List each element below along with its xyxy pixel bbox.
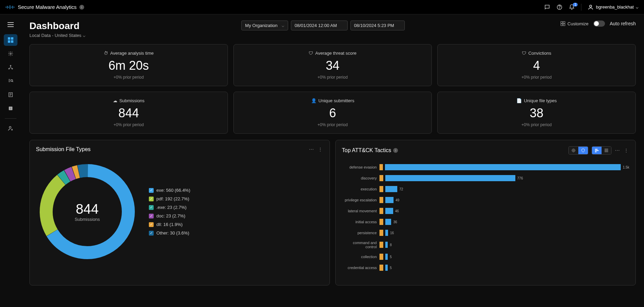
checkbox-icon[interactable]: ✓ (149, 205, 154, 210)
donut-legend: ✓exe: 560 (66.4%)✓pdf: 192 (22.7%)✓.exe:… (149, 188, 190, 236)
page-header: Dashboard Local Data - United States ⌵ M… (29, 21, 636, 38)
bar-segment[interactable] (385, 254, 388, 260)
auto-refresh-toggle[interactable] (593, 21, 605, 27)
svg-text:!: ! (10, 107, 11, 110)
card-value: 6 (240, 106, 425, 120)
card-label: 👤Unique submitters (240, 98, 425, 103)
legend-item[interactable]: ✓exe: 560 (66.4%) (149, 188, 190, 193)
checkbox-icon[interactable]: ✓ (149, 197, 154, 201)
card-value: 34 (240, 58, 425, 73)
drag-icon[interactable]: ⋮ (624, 148, 629, 153)
chat-icon[interactable] (544, 4, 550, 10)
card-sub: +0% prior period (240, 122, 425, 127)
nav-alerts[interactable]: ! (4, 103, 17, 114)
cisco-logo-icon (5, 4, 15, 10)
date-to[interactable]: 08/10/2024 5:23 PM (350, 21, 405, 30)
chevron-down-icon: ⌵ (636, 4, 639, 10)
card-sub: +0% prior period (36, 75, 221, 80)
username: bgreenba_blackhat (596, 4, 634, 10)
bar-row: defense evasion1.5k (342, 164, 629, 170)
nav-dashboard[interactable] (4, 34, 17, 46)
card-icon: ☁ (113, 98, 117, 103)
bar-row: credential access5 (342, 265, 629, 271)
bar-seg-stub (379, 242, 383, 248)
card-icon: 👤 (311, 98, 317, 103)
bar-segment[interactable] (385, 265, 388, 271)
legend-item[interactable]: ✓doc: 23 (2.7%) (149, 213, 190, 218)
bar-segment[interactable] (385, 175, 515, 181)
metric-card: 📄Unique file types38+0% prior period (437, 92, 636, 134)
bar-chart: defense evasion1.5kdiscovery776execution… (342, 161, 629, 279)
svg-point-18 (10, 65, 11, 66)
card-sub: +0% prior period (240, 75, 425, 80)
svg-rect-36 (561, 24, 563, 26)
bar-value: 776 (517, 176, 523, 180)
bar-segment[interactable] (385, 219, 391, 225)
metric-card: 🛡Convictions4+0% prior period (437, 44, 636, 86)
bar-segment[interactable] (385, 164, 621, 170)
svg-line-25 (12, 81, 13, 82)
donut-value: 844 (75, 201, 100, 217)
mode-bar[interactable] (592, 147, 602, 154)
bar-segment[interactable] (385, 208, 393, 214)
more-icon[interactable]: ⋯ (615, 148, 620, 153)
widget-file-types: Submission File Types ⋯ ⋮ (29, 140, 330, 285)
help-icon[interactable] (556, 4, 563, 10)
bar-label: command and control (342, 241, 379, 249)
nav-settings[interactable] (4, 48, 17, 59)
date-from[interactable]: 08/01/2024 12:00 AM (291, 21, 348, 30)
checkbox-icon[interactable]: ✓ (149, 214, 154, 218)
nav-network[interactable] (4, 62, 17, 73)
more-icon[interactable]: ⋯ (309, 147, 314, 152)
mode-shield[interactable] (578, 147, 588, 154)
legend-item[interactable]: ✓Other: 30 (3.6%) (149, 230, 190, 236)
bar-value: 1.5k (623, 165, 629, 169)
legend-item[interactable]: ✓dll: 16 (1.9%) (149, 222, 190, 227)
org-selector[interactable]: My Organization (241, 21, 288, 30)
card-label: ☁Submissions (36, 98, 221, 103)
info-icon[interactable]: i (79, 5, 84, 10)
svg-rect-16 (11, 40, 13, 43)
app-title: Secure Malware Analytics (18, 4, 77, 10)
menu-toggle[interactable] (4, 20, 17, 29)
bar-segment[interactable] (385, 197, 394, 203)
info-icon[interactable]: i (393, 148, 398, 153)
legend-label: pdf: 192 (22.7%) (156, 196, 189, 201)
svg-point-24 (11, 80, 13, 81)
nav-admin[interactable] (4, 123, 17, 134)
bar-segment[interactable] (385, 242, 388, 248)
legend-label: .exe: 23 (2.7%) (156, 205, 186, 210)
checkbox-icon[interactable]: ✓ (149, 222, 154, 227)
nav-reports[interactable] (4, 89, 17, 101)
nav-search[interactable] (4, 75, 17, 87)
bar-seg-stub (379, 197, 383, 203)
customize-button[interactable]: Customize (561, 21, 588, 26)
card-icon: ⏱ (104, 51, 108, 56)
card-value: 38 (444, 106, 629, 120)
svg-point-32 (9, 126, 11, 128)
bar-row: discovery776 (342, 175, 629, 181)
drag-icon[interactable]: ⋮ (318, 147, 323, 152)
mode-target[interactable] (569, 147, 578, 154)
divider (581, 4, 581, 11)
bar-value: 46 (395, 209, 399, 213)
legend-item[interactable]: ✓.exe: 23 (2.7%) (149, 205, 190, 210)
page-subtitle[interactable]: Local Data - United States ⌵ (29, 33, 86, 38)
bar-segment[interactable] (385, 230, 388, 236)
bar-label: defense evasion (342, 165, 379, 169)
bar-row: privilege escalation49 (342, 197, 629, 203)
mode-list[interactable] (602, 147, 611, 154)
bar-seg-stub (379, 164, 383, 170)
user-menu[interactable]: bgreenba_blackhat ⌵ (588, 4, 639, 10)
bar-label: execution (342, 187, 379, 191)
notification-badge: 1 (573, 3, 578, 6)
bar-value: 16 (390, 231, 394, 235)
bar-segment[interactable] (385, 186, 397, 192)
bar-row: collection5 (342, 254, 629, 260)
checkbox-icon[interactable]: ✓ (149, 188, 154, 193)
bar-seg-stub (379, 219, 383, 225)
legend-item[interactable]: ✓pdf: 192 (22.7%) (149, 196, 190, 201)
svg-point-33 (12, 129, 13, 130)
checkbox-icon[interactable]: ✓ (149, 231, 154, 236)
card-label: 🛡Convictions (444, 51, 629, 56)
